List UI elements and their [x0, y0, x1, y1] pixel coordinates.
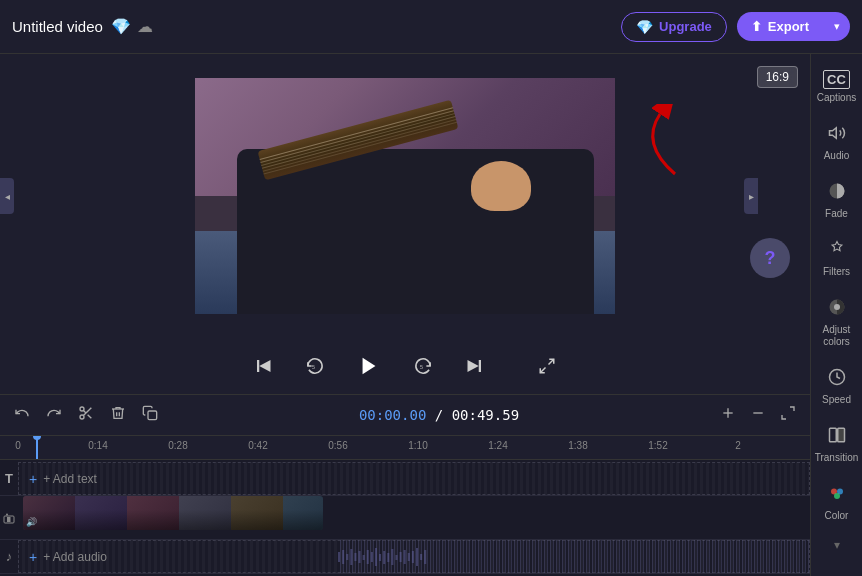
- svg-marker-2: [259, 360, 270, 372]
- collapse-left-button[interactable]: ◂: [0, 178, 14, 214]
- video-track-label: [0, 512, 18, 524]
- sidebar-item-fade[interactable]: Fade: [813, 174, 861, 228]
- skip-back-button[interactable]: [247, 350, 279, 382]
- svg-rect-34: [383, 551, 385, 564]
- svg-rect-42: [416, 548, 418, 566]
- fullscreen-button[interactable]: [531, 350, 563, 382]
- help-button[interactable]: ?: [750, 238, 790, 278]
- upgrade-label: Upgrade: [659, 19, 712, 34]
- replay-button[interactable]: 5: [299, 350, 331, 382]
- ruler-mark-0: 0: [15, 440, 21, 451]
- redo-button[interactable]: [42, 401, 66, 429]
- svg-point-11: [80, 415, 84, 419]
- cloud-icon: ☁: [137, 17, 153, 36]
- adjust-colors-icon: [828, 298, 846, 321]
- transition-icon: [828, 426, 846, 449]
- ruler-mark-152: 1:52: [648, 440, 667, 451]
- collapse-right-button[interactable]: ▸: [744, 178, 758, 214]
- add-text-button[interactable]: + + Add text: [18, 462, 810, 495]
- svg-text:5: 5: [312, 364, 315, 370]
- svg-rect-27: [354, 553, 356, 561]
- svg-rect-50: [829, 428, 836, 442]
- svg-text:5: 5: [420, 364, 423, 370]
- video-thumb-4: [179, 496, 231, 530]
- color-icon: [828, 484, 846, 507]
- play-button[interactable]: [351, 348, 387, 384]
- duplicate-button[interactable]: [138, 401, 162, 429]
- svg-rect-15: [148, 411, 157, 420]
- video-track-content: 🔊: [18, 496, 810, 539]
- upgrade-button[interactable]: 💎 Upgrade: [621, 12, 727, 42]
- svg-rect-51: [837, 428, 844, 442]
- sidebar-item-adjust-colors[interactable]: Adjust colors: [813, 290, 861, 356]
- video-thumb-2: [75, 496, 127, 530]
- fade-icon: [828, 182, 846, 205]
- timeline-ruler: 0 0:14 0:28 0:42 0:56 1:10 1:24 1:38 1:5…: [0, 436, 810, 460]
- captions-label: Captions: [817, 92, 856, 104]
- sidebar-item-color[interactable]: Color: [813, 476, 861, 530]
- captions-icon: CC: [823, 70, 850, 89]
- timeline-tool-right: [716, 401, 800, 429]
- svg-marker-19: [7, 517, 11, 522]
- gem-icon: 💎: [636, 19, 653, 35]
- sidebar-item-captions[interactable]: CC Captions: [813, 62, 861, 112]
- header-left: Untitled video 💎 ☁: [12, 17, 153, 36]
- svg-rect-41: [412, 551, 414, 563]
- audio-icon: [828, 124, 846, 147]
- export-label: Export: [768, 19, 809, 34]
- svg-rect-28: [359, 551, 361, 563]
- undo-button[interactable]: [10, 401, 34, 429]
- export-button[interactable]: ⬆ Export ▾: [737, 12, 850, 41]
- cut-button[interactable]: [74, 401, 98, 429]
- video-track-row: 🔊: [0, 496, 810, 540]
- color-label: Color: [825, 510, 849, 522]
- svg-point-10: [80, 407, 84, 411]
- hand-area: [471, 161, 531, 211]
- speed-icon: [828, 368, 846, 391]
- svg-rect-6: [479, 360, 481, 372]
- filters-icon: [828, 240, 846, 263]
- svg-marker-7: [468, 360, 479, 372]
- skip-forward-button[interactable]: [459, 350, 491, 382]
- filters-label: Filters: [823, 266, 850, 278]
- speed-label: Speed: [822, 394, 851, 406]
- video-thumbnails[interactable]: 🔊: [23, 496, 323, 530]
- svg-line-9: [540, 368, 545, 373]
- playhead[interactable]: [36, 436, 38, 459]
- export-dropdown-btn[interactable]: ▾: [824, 13, 850, 40]
- video-thumb-5: [231, 496, 283, 530]
- sidebar-item-audio[interactable]: Audio: [813, 116, 861, 170]
- svg-point-54: [834, 493, 840, 499]
- sidebar-chevron-down[interactable]: ▾: [834, 538, 840, 552]
- svg-rect-23: [338, 552, 340, 562]
- delete-button[interactable]: [106, 401, 130, 429]
- export-main-btn[interactable]: ⬆ Export: [737, 12, 823, 41]
- video-canvas: ◂ 16:9: [0, 54, 810, 338]
- add-clip-button[interactable]: [716, 401, 740, 429]
- project-title[interactable]: Untitled video: [12, 18, 103, 35]
- ruler-mark-110: 1:10: [408, 440, 427, 451]
- video-thumb-6: [283, 496, 323, 530]
- forward-button[interactable]: 5: [407, 350, 439, 382]
- main-content: ◂ 16:9: [0, 54, 862, 576]
- expand-timeline-button[interactable]: [776, 401, 800, 429]
- audio-plus-icon: +: [29, 549, 37, 565]
- sidebar-item-speed[interactable]: Speed: [813, 360, 861, 414]
- playback-controls: 5 5: [0, 338, 810, 394]
- sidebar-item-filters[interactable]: Filters: [813, 232, 861, 286]
- video-thumb-3: [127, 496, 179, 530]
- zoom-out-button[interactable]: [746, 401, 770, 429]
- diamond-icon: 💎: [111, 17, 131, 36]
- audio-waveform: [338, 540, 810, 573]
- sidebar-item-transition[interactable]: Transition: [813, 418, 861, 472]
- video-preview: [195, 78, 615, 314]
- svg-rect-35: [387, 553, 389, 562]
- header-right: 💎 Upgrade ⬆ Export ▾: [621, 12, 850, 42]
- total-time: 00:49.59: [452, 407, 519, 423]
- svg-rect-37: [395, 555, 397, 560]
- text-track-content: + + Add text: [18, 462, 810, 495]
- aspect-ratio-badge[interactable]: 16:9: [757, 66, 798, 88]
- svg-marker-4: [363, 358, 376, 375]
- audio-track-label: ♪: [0, 549, 18, 564]
- svg-rect-1: [257, 360, 259, 372]
